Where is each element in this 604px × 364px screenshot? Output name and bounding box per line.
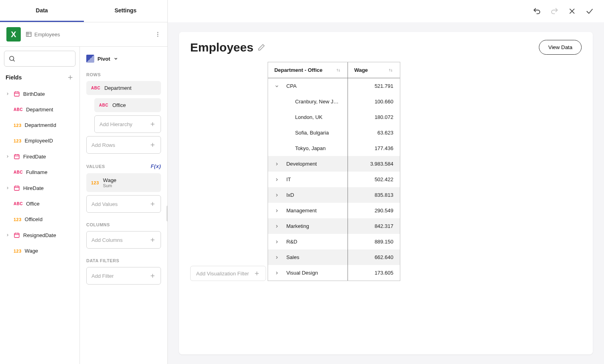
column-header-department-office[interactable]: Department - Office [268, 62, 348, 78]
tab-data[interactable]: Data [0, 0, 84, 22]
field-item[interactable]: BirthDate [4, 86, 76, 102]
svg-point-5 [157, 36, 158, 36]
edit-title-button[interactable] [257, 44, 265, 51]
topbar [168, 0, 604, 22]
pivot-table: Department - Office Wage CPA521.791Cranb… [268, 62, 400, 281]
field-item[interactable]: 123Wage [4, 243, 76, 259]
table-row[interactable]: IxD835.813 [268, 187, 400, 203]
svg-point-4 [157, 34, 158, 35]
plus-icon [149, 142, 156, 148]
chevron-right-icon[interactable] [274, 224, 280, 229]
field-item[interactable]: HireDate [4, 180, 76, 196]
columns-section-label: COLUMNS [86, 222, 161, 227]
chevron-right-icon [6, 233, 10, 237]
chevron-right-icon[interactable] [274, 177, 280, 182]
abc-icon: ABC [99, 103, 108, 107]
abc-icon: ABC [14, 202, 23, 206]
123-icon: 123 [91, 180, 99, 185]
field-item[interactable]: ABCDepartment [4, 102, 76, 117]
add-field-button[interactable] [67, 74, 74, 81]
plus-icon [149, 201, 156, 207]
sort-icon[interactable] [388, 67, 393, 73]
tab-settings[interactable]: Settings [84, 0, 168, 22]
chevron-right-icon[interactable] [274, 271, 280, 275]
table-row[interactable]: Sofia, Bulgaria63.623 [268, 125, 400, 140]
chevron-right-icon[interactable] [274, 255, 280, 260]
123-icon: 123 [14, 249, 22, 253]
table-row[interactable]: Visual Design173.605 [268, 265, 400, 281]
value-chip-wage[interactable]: 123 Wage Sum [86, 173, 161, 192]
chevron-right-icon [6, 186, 10, 190]
svg-rect-0 [26, 32, 31, 37]
view-data-button[interactable]: View Data [539, 40, 582, 55]
plus-icon [254, 270, 260, 277]
fields-column: Fields BirthDateABCDepartment123Departme… [0, 47, 80, 364]
123-icon: 123 [14, 123, 22, 128]
table-row[interactable]: Tokyo, Japan177.436 [268, 140, 400, 156]
field-item[interactable]: 123EmployeeID [4, 133, 76, 148]
config-column: Pivot ROWS ABC Department ABC Office Add… [80, 47, 167, 364]
viz-type-selector[interactable]: Pivot [86, 55, 161, 63]
add-columns-drop[interactable]: Add Columns [86, 231, 161, 249]
add-viz-filter-button[interactable]: Add Visualization Filter [190, 266, 266, 281]
chevron-right-icon[interactable] [274, 239, 280, 244]
table-row[interactable]: Cranbury, New Jersey, U…100.660 [268, 94, 400, 109]
table-row[interactable]: Sales662.640 [268, 249, 400, 265]
datasource-label[interactable]: Employees [26, 31, 60, 38]
chevron-right-icon[interactable] [274, 208, 280, 213]
date-icon [14, 153, 20, 160]
field-item[interactable]: 123DepartmentId [4, 117, 76, 133]
confirm-button[interactable] [582, 3, 598, 19]
chevron-down-icon[interactable] [274, 84, 280, 89]
table-row[interactable]: Development3.983.584 [268, 156, 400, 172]
filters-section-label: DATA FILTERS [86, 258, 161, 263]
row-chip-office[interactable]: ABC Office [94, 98, 161, 112]
sort-icon[interactable] [336, 67, 341, 73]
field-item[interactable]: FiredDate [4, 148, 76, 164]
resize-handle[interactable] [167, 206, 167, 222]
table-row[interactable]: Marketing842.317 [268, 218, 400, 234]
svg-rect-10 [14, 92, 19, 96]
field-item[interactable]: ABCFullname [4, 164, 76, 180]
svg-rect-22 [14, 233, 19, 237]
fx-button[interactable]: F(x) [151, 163, 161, 169]
table-row[interactable]: London, UK180.072 [268, 109, 400, 125]
field-item[interactable]: 123OfficeId [4, 212, 76, 227]
redo-button[interactable] [546, 3, 562, 19]
chevron-right-icon[interactable] [274, 162, 280, 166]
add-filter-drop[interactable]: Add Filter [86, 267, 161, 285]
svg-point-6 [10, 56, 14, 61]
chevron-right-icon[interactable] [274, 193, 280, 198]
table-row[interactable]: IT502.422 [268, 172, 400, 187]
field-item[interactable]: ABCOffice [4, 196, 76, 212]
column-header-wage[interactable]: Wage [348, 62, 400, 78]
undo-button[interactable] [529, 3, 545, 19]
search-input[interactable] [4, 51, 76, 67]
pivot-icon [86, 55, 94, 63]
svg-point-3 [157, 32, 158, 33]
row-chip-department[interactable]: ABC Department [86, 81, 161, 95]
date-icon [14, 91, 20, 97]
add-rows-drop[interactable]: Add Rows [86, 136, 161, 154]
table-row[interactable]: Management290.549 [268, 203, 400, 218]
svg-rect-18 [14, 186, 19, 190]
excel-icon [6, 27, 21, 42]
table-row[interactable]: CPA521.791 [268, 78, 400, 94]
svg-rect-14 [14, 154, 19, 159]
add-hierarchy-drop[interactable]: Add Hierarchy [94, 115, 161, 133]
fields-header: Fields [4, 71, 76, 86]
kebab-menu-icon[interactable] [155, 31, 161, 38]
table-icon [26, 31, 32, 38]
abc-icon: ABC [14, 170, 23, 174]
add-values-drop[interactable]: Add Values [86, 195, 161, 213]
close-button[interactable] [564, 3, 580, 19]
visualization-card: Employees View Data Add Visualization Fi… [179, 32, 593, 354]
123-icon: 123 [14, 217, 22, 222]
field-item[interactable]: ResignedDate [4, 227, 76, 243]
plus-icon [149, 121, 156, 127]
123-icon: 123 [14, 138, 22, 143]
table-row[interactable]: R&D889.150 [268, 234, 400, 249]
sidebar: Data Settings Employees Fields [0, 0, 168, 364]
date-icon [14, 232, 20, 238]
main-area: Employees View Data Add Visualization Fi… [168, 0, 604, 364]
